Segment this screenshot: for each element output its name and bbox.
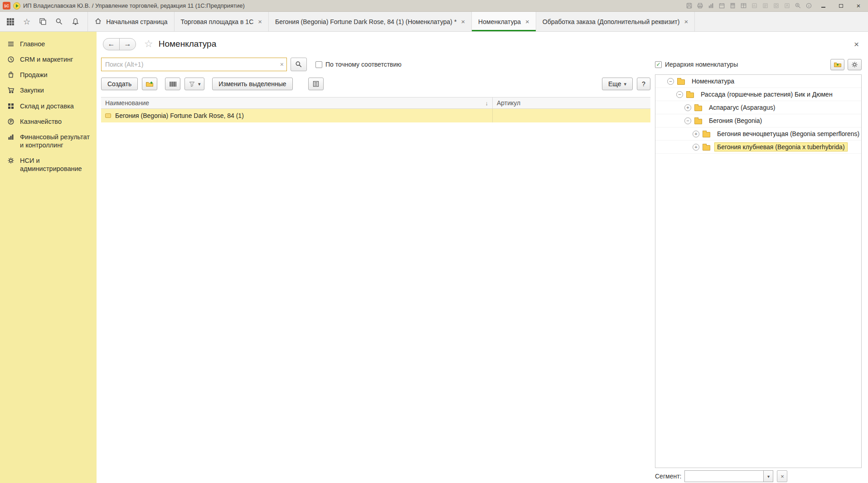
search-clear-icon[interactable]: ×: [280, 61, 284, 68]
notifications-bell-icon[interactable]: [72, 18, 79, 25]
forward-button[interactable]: →: [119, 38, 136, 50]
sidebar-item-crm-marketing[interactable]: CRM и маркетинг: [0, 52, 97, 67]
print-icon[interactable]: [697, 2, 703, 9]
sidebar-item-main[interactable]: Главное: [0, 36, 97, 52]
tree-node-begonia-tuberhybrida[interactable]: + Бегония клубневая (Begonia x tuberhybr…: [655, 141, 861, 154]
segment-combobox: ▾: [684, 470, 773, 482]
tree-node-label: Аспарагус (Asparagus): [706, 103, 778, 112]
tree-node-asparagus[interactable]: + Аспарагус (Asparagus): [655, 101, 861, 114]
list-output-button[interactable]: [308, 78, 324, 90]
sidebar-item-label: Казначейство: [20, 117, 62, 126]
tree-node-begonia-semperflorens[interactable]: + Бегония вечноцветущая (Begonia semperf…: [655, 127, 861, 141]
expand-icon[interactable]: +: [693, 144, 699, 151]
tab-order-processing[interactable]: Обработка заказа (Дополнительный реквизи…: [536, 12, 695, 31]
tab-begonia-item[interactable]: Бегония (Begonia) Fortune Dark Rose, 84 …: [269, 12, 472, 31]
checkbox-box-checked: ✓: [655, 61, 662, 68]
collapse-icon[interactable]: −: [667, 78, 674, 85]
collapse-icon[interactable]: −: [676, 91, 683, 98]
more-button[interactable]: Еще▾: [602, 78, 633, 90]
tree-node-label: Номенклатура: [689, 77, 737, 86]
folder-icon: [694, 119, 702, 124]
favorite-star-icon[interactable]: ☆: [144, 39, 153, 49]
zoom-icon[interactable]: [795, 2, 801, 9]
move-to-group-button[interactable]: [830, 59, 844, 70]
column-header-name[interactable]: Наименование ↓: [101, 98, 493, 108]
sidebar-item-financial-result[interactable]: Финансовый результат и контроллинг: [0, 129, 97, 153]
collapse-icon[interactable]: −: [684, 117, 691, 124]
tab-nomenclature[interactable]: Номенклатура ×: [472, 12, 536, 31]
sidebar-item-nsi-administration[interactable]: НСИ и администрирование: [0, 153, 97, 176]
help-button[interactable]: ?: [637, 78, 650, 90]
tab-marketplace[interactable]: Торговая площадка в 1С ×: [175, 12, 269, 31]
favorites-star-icon[interactable]: ☆: [23, 18, 30, 26]
hierarchy-checkbox[interactable]: ✓ Иерархия номенклатуры: [655, 61, 738, 68]
app-logo-icon: 1С: [3, 2, 10, 10]
tab-close-icon[interactable]: ×: [684, 18, 688, 25]
create-button[interactable]: Создать: [101, 78, 138, 90]
minimize-button[interactable]: [816, 1, 830, 10]
segment-input[interactable]: [685, 471, 763, 482]
disabled-icon-2: [762, 2, 769, 9]
table-header: Наименование ↓ Артикул: [101, 97, 650, 109]
tab-close-icon[interactable]: ×: [525, 18, 529, 25]
search-input[interactable]: [102, 58, 286, 71]
home-icon: [94, 17, 102, 26]
sidebar-item-label: Финансовый результат и контроллинг: [20, 133, 93, 149]
tree-node-begonia[interactable]: − Бегония (Begonia): [655, 114, 861, 127]
panel-settings-gear-button[interactable]: [848, 59, 862, 70]
filter-dropdown-arrow: ▾: [198, 81, 201, 87]
sidebar-item-label: НСИ и администрирование: [20, 156, 93, 173]
treasury-coin-icon: [7, 118, 15, 125]
crm-icon: [7, 56, 15, 63]
column-header-article[interactable]: Артикул: [493, 98, 650, 108]
expand-icon[interactable]: +: [684, 104, 691, 111]
tab-home[interactable]: Начальная страница: [87, 12, 174, 31]
sidebar-item-warehouse-delivery[interactable]: Склад и доставка: [0, 98, 97, 114]
chart-icon[interactable]: [708, 2, 714, 9]
tree-node-rassada[interactable]: − Рассада (горшечные растения) Бик и Дюм…: [655, 88, 861, 101]
table-row[interactable]: Бегония (Begonia) Fortune Dark Rose, 84 …: [101, 109, 650, 122]
list-pane: × По точному соответствию Создать ▾ Изме…: [101, 57, 650, 483]
calendar-icon[interactable]: [718, 2, 725, 9]
segment-clear-button[interactable]: ×: [777, 470, 787, 482]
warehouse-icon: [7, 102, 15, 110]
create-group-button[interactable]: [142, 78, 157, 90]
search-button[interactable]: [291, 58, 307, 71]
sales-bag-icon: [7, 71, 15, 78]
maximize-button[interactable]: [834, 1, 848, 10]
window-title: ИП Владиславская Ю.В. / Управление торго…: [23, 2, 245, 9]
sidebar-item-purchases[interactable]: Закупки: [0, 83, 97, 98]
tree-node-label: Бегония клубневая (Begonia x tuberhybrid…: [714, 142, 848, 151]
window-close-button[interactable]: ×: [852, 1, 865, 10]
sidebar-item-label: CRM и маркетинг: [20, 55, 73, 63]
save-icon[interactable]: [686, 2, 693, 9]
table-icon[interactable]: [740, 2, 747, 9]
filter-button[interactable]: ▾: [184, 78, 204, 90]
barcode-button[interactable]: [165, 78, 180, 90]
main-menu-icon: [7, 40, 15, 48]
sidebar-item-sales[interactable]: Продажи: [0, 67, 97, 83]
list-toolbar: Создать ▾ Изменить выделенные Еще▾ ?: [101, 77, 650, 91]
disabled-icon-1: [751, 2, 758, 9]
history-icon[interactable]: [39, 18, 47, 25]
window-titlebar: 1С ИП Владиславская Ю.В. / Управление то…: [0, 0, 868, 12]
segment-dropdown-button[interactable]: ▾: [763, 471, 773, 482]
hierarchy-panel-header: ✓ Иерархия номенклатуры: [655, 58, 862, 71]
sort-descending-icon: ↓: [485, 100, 489, 107]
tab-close-icon[interactable]: ×: [461, 18, 465, 25]
form-area: ← → ☆ Номенклатура × × По точному соотве…: [97, 32, 868, 483]
sidebar-item-treasury[interactable]: Казначейство: [0, 114, 97, 129]
back-button[interactable]: ←: [103, 38, 120, 50]
info-icon[interactable]: [805, 2, 812, 9]
exact-match-checkbox[interactable]: По точному соответствию: [315, 61, 402, 68]
tree-node-nomenklatura[interactable]: − Номенклатура: [655, 75, 861, 88]
expand-icon[interactable]: +: [693, 131, 699, 137]
global-search-icon[interactable]: [55, 18, 63, 25]
disabled-icon-4: [784, 2, 790, 9]
edit-selected-button[interactable]: Изменить выделенные: [212, 78, 292, 90]
search-field: ×: [101, 58, 287, 71]
tab-close-icon[interactable]: ×: [258, 18, 262, 25]
calculator-icon[interactable]: [729, 2, 736, 9]
table-empty-area: [101, 122, 650, 395]
sections-menu-icon[interactable]: [6, 18, 15, 26]
